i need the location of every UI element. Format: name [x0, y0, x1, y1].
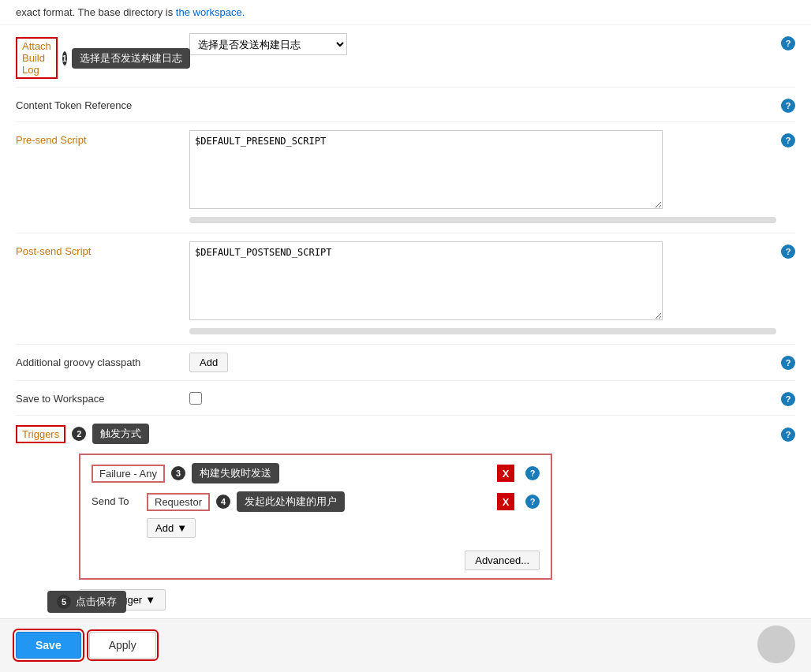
trigger-name-label: Failure - Any: [92, 465, 165, 483]
additional-groovy-row: Additional groovy classpath Add ?: [16, 345, 795, 381]
trigger-item-tooltip: 构建失败时发送: [192, 463, 279, 483]
attach-build-log-bordered-label: Attach Build Log: [16, 37, 58, 79]
additional-groovy-label: Additional groovy classpath: [16, 353, 189, 368]
send-to-content: Requestor 4 发起此处构建的用户 X ? Add ▼ Advanced…: [147, 491, 540, 570]
save-to-workspace-help: ?: [776, 389, 795, 406]
pre-send-script-textarea[interactable]: $DEFAULT_PRESEND_SCRIPT: [189, 130, 663, 209]
post-send-script-textarea[interactable]: $DEFAULT_POSTSEND_SCRIPT: [189, 241, 663, 320]
pre-send-script-row: Pre-send Script $DEFAULT_PRESEND_SCRIPT …: [16, 122, 795, 233]
additional-groovy-add-button[interactable]: Add: [189, 353, 228, 372]
attach-build-log-label: Attach Build Log 1 选择是否发送构建日志: [16, 33, 189, 79]
save-tooltip: 5 点击保存: [47, 591, 126, 613]
pre-send-script-help-icon[interactable]: ?: [781, 133, 795, 147]
attach-build-log-help-icon[interactable]: ?: [781, 36, 795, 50]
form-section: Attach Build Log 1 选择是否发送构建日志 选择是否发送构建日志…: [0, 25, 811, 416]
top-note-text: exact format. The base directory is: [16, 6, 173, 18]
triggers-section: Triggers 2 触发方式 ? Failure - Any 3 构建失败时发…: [0, 416, 811, 618]
requestor-tag: Requestor: [147, 493, 210, 511]
apply-button[interactable]: Apply: [89, 632, 156, 659]
send-to-add-chevron-icon: ▼: [177, 522, 187, 534]
requestor-x-button[interactable]: X: [497, 493, 514, 510]
attach-build-log-row: Attach Build Log 1 选择是否发送构建日志 选择是否发送构建日志…: [16, 25, 795, 88]
save-to-workspace-checkbox[interactable]: [189, 392, 202, 405]
save-to-workspace-row: Save to Workspace ?: [16, 381, 795, 416]
requestor-tooltip: 发起此处构建的用户: [237, 491, 345, 512]
attach-build-log-select[interactable]: 选择是否发送构建日志 是 否: [189, 33, 347, 55]
save-to-workspace-control: [189, 389, 776, 405]
content-token-reference-row: Content Token Reference ?: [16, 88, 795, 122]
send-to-add-button[interactable]: Add ▼: [147, 518, 196, 538]
save-tooltip-badge: 5: [57, 595, 71, 609]
trigger-x-button[interactable]: X: [497, 465, 514, 482]
post-send-script-control: $DEFAULT_POSTSEND_SCRIPT: [189, 241, 776, 336]
attach-build-log-badge: 1: [62, 51, 67, 65]
triggers-label-row: Triggers 2 触发方式 ?: [16, 424, 795, 444]
send-to-row: Send To Requestor 4 发起此处构建的用户 X ? Add ▼: [92, 491, 540, 570]
add-trigger-chevron-icon: ▼: [145, 594, 155, 606]
page-container: exact format. The base directory is the …: [0, 0, 811, 671]
triggers-help: ?: [781, 426, 795, 442]
additional-groovy-help: ?: [776, 353, 795, 370]
add-trigger-row: Add Trigger ▼: [79, 589, 795, 610]
attach-build-log-control: 选择是否发送构建日志 是 否: [189, 33, 776, 55]
additional-groovy-control: Add: [189, 353, 776, 372]
footer-buttons: 5 点击保存 Save Apply: [0, 618, 811, 671]
requestor-help-icon[interactable]: ?: [525, 495, 540, 509]
additional-groovy-help-icon[interactable]: ?: [781, 356, 795, 370]
send-to-add-label: Add: [155, 522, 174, 534]
triggers-help-icon[interactable]: ?: [781, 427, 795, 442]
advanced-button[interactable]: Advanced...: [465, 551, 540, 570]
save-tooltip-text: 点击保存: [76, 595, 117, 609]
top-note: exact format. The base directory is the …: [0, 0, 811, 25]
save-to-workspace-label: Save to Workspace: [16, 389, 189, 405]
requestor-row: Requestor 4 发起此处构建的用户 X ?: [147, 491, 540, 512]
trigger-item-badge: 3: [171, 466, 185, 480]
attach-build-log-help: ?: [776, 33, 795, 50]
trigger-header: Failure - Any 3 构建失败时发送 X ?: [92, 463, 540, 483]
save-to-workspace-help-icon[interactable]: ?: [781, 392, 795, 406]
content-token-help: ?: [776, 95, 795, 113]
trigger-box: Failure - Any 3 构建失败时发送 X ? Send To Requ…: [79, 454, 552, 580]
post-send-script-label: Post-send Script: [16, 241, 189, 257]
post-send-script-help-icon[interactable]: ?: [781, 245, 795, 259]
triggers-tooltip: 触发方式: [92, 424, 149, 444]
save-button[interactable]: Save: [16, 632, 81, 659]
pre-send-script-control: $DEFAULT_PRESEND_SCRIPT: [189, 130, 776, 225]
send-to-label: Send To: [92, 491, 139, 507]
triggers-bordered-label: Triggers: [16, 425, 65, 443]
attach-build-log-tooltip: 选择是否发送构建日志: [72, 48, 190, 69]
content-token-label: Content Token Reference: [16, 95, 189, 111]
post-send-script-row: Post-send Script $DEFAULT_POSTSEND_SCRIP…: [16, 233, 795, 345]
pre-send-script-label: Pre-send Script: [16, 130, 189, 146]
post-send-script-help: ?: [776, 241, 795, 259]
pre-send-script-help: ?: [776, 130, 795, 147]
avatar: [757, 625, 795, 663]
post-send-scroll-hint: [189, 328, 776, 334]
content-token-help-icon[interactable]: ?: [781, 99, 795, 113]
workspace-link[interactable]: the workspace.: [176, 6, 245, 18]
triggers-badge: 2: [72, 427, 86, 441]
pre-send-scroll-hint: [189, 217, 776, 223]
trigger-help-icon[interactable]: ?: [525, 466, 540, 480]
requestor-badge: 4: [216, 495, 230, 509]
